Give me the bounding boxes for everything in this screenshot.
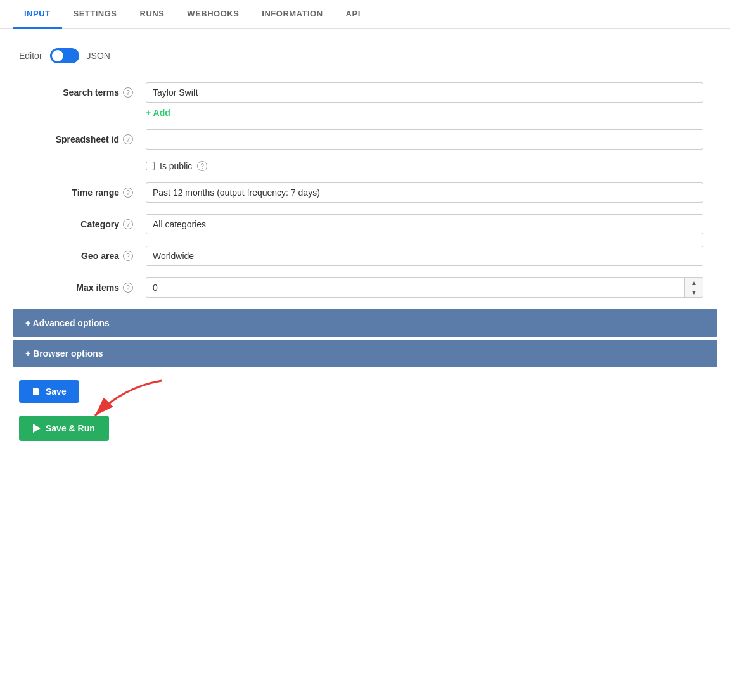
search-terms-input[interactable] xyxy=(146,82,703,103)
tab-input[interactable]: INPUT xyxy=(13,0,62,29)
nav-tabs: INPUT SETTINGS RUNS WEBHOOKS INFORMATION… xyxy=(0,0,730,29)
time-range-label-col: Time range ? xyxy=(19,182,146,198)
browser-options-bar[interactable]: + Browser options xyxy=(13,340,717,367)
main-content: Editor JSON Search terms ? + Add Spreads… xyxy=(0,29,730,460)
category-label: Category xyxy=(80,219,119,229)
tab-settings[interactable]: SETTINGS xyxy=(62,0,129,29)
category-label-col: Category ? xyxy=(19,214,146,229)
save-button-row: Save xyxy=(13,380,717,403)
max-items-label: Max items xyxy=(76,283,119,293)
advanced-options-bar[interactable]: + Advanced options xyxy=(13,309,717,337)
category-select[interactable]: All categories xyxy=(146,214,703,234)
spinner-down-button[interactable]: ▼ xyxy=(685,288,703,298)
search-terms-label: Search terms xyxy=(63,87,119,98)
category-help-icon[interactable]: ? xyxy=(123,219,133,229)
time-range-select[interactable]: Past 12 months (output frequency: 7 days… xyxy=(146,182,703,203)
editor-toggle-row: Editor JSON xyxy=(19,48,717,63)
is-public-row: Is public ? xyxy=(13,161,710,171)
is-public-checkbox[interactable] xyxy=(146,162,155,170)
spreadsheet-id-input[interactable] xyxy=(146,129,703,150)
category-control-col: All categories xyxy=(146,214,703,234)
category-row: Category ? All categories xyxy=(13,214,710,234)
search-terms-row: Search terms ? + Add xyxy=(13,82,710,118)
play-icon xyxy=(33,424,41,433)
editor-json-toggle[interactable] xyxy=(50,48,79,63)
is-public-label: Is public xyxy=(160,161,192,171)
time-range-help-icon[interactable]: ? xyxy=(123,188,133,198)
geo-area-label: Geo area xyxy=(81,251,119,261)
tab-webhooks[interactable]: WEBHOOKS xyxy=(176,0,250,29)
max-items-label-col: Max items ? xyxy=(19,277,146,293)
geo-area-row: Geo area ? Worldwide xyxy=(13,246,710,266)
tab-information[interactable]: INFORMATION xyxy=(250,0,334,29)
geo-area-help-icon[interactable]: ? xyxy=(123,251,133,261)
search-terms-help-icon[interactable]: ? xyxy=(123,87,133,98)
spreadsheet-id-control-col xyxy=(146,129,703,150)
max-items-row: Max items ? ▲ ▼ xyxy=(13,277,710,298)
save-icon xyxy=(32,387,41,396)
form-section: Search terms ? + Add Spreadsheet id ? xyxy=(13,82,710,298)
geo-area-label-col: Geo area ? xyxy=(19,246,146,261)
search-terms-label-col: Search terms ? xyxy=(19,82,146,98)
max-items-help-icon[interactable]: ? xyxy=(123,283,133,293)
max-items-spinner: ▲ ▼ xyxy=(146,277,703,298)
time-range-label: Time range xyxy=(72,188,119,198)
spreadsheet-id-help-icon[interactable]: ? xyxy=(123,134,133,144)
json-label: JSON xyxy=(87,51,110,61)
tab-api[interactable]: API xyxy=(335,0,372,29)
search-terms-control-col: + Add xyxy=(146,82,703,118)
geo-area-control-col: Worldwide xyxy=(146,246,703,266)
spinner-up-button[interactable]: ▲ xyxy=(685,278,703,288)
max-items-input[interactable] xyxy=(146,278,684,297)
is-public-content: Is public ? xyxy=(146,161,207,171)
is-public-help-icon[interactable]: ? xyxy=(197,161,207,171)
svg-marker-1 xyxy=(33,424,41,433)
time-range-control-col: Past 12 months (output frequency: 7 days… xyxy=(146,182,703,203)
tab-runs[interactable]: RUNS xyxy=(129,0,176,29)
save-run-button[interactable]: Save & Run xyxy=(19,416,109,441)
geo-area-select[interactable]: Worldwide xyxy=(146,246,703,266)
editor-label: Editor xyxy=(19,51,42,61)
bottom-row: Save & Run xyxy=(13,409,717,447)
add-search-term-link[interactable]: + Add xyxy=(146,108,703,118)
toggle-thumb xyxy=(52,50,63,61)
spreadsheet-id-label-col: Spreadsheet id ? xyxy=(19,129,146,144)
spreadsheet-id-row: Spreadsheet id ? xyxy=(13,129,710,150)
spinner-buttons: ▲ ▼ xyxy=(684,278,703,297)
save-button[interactable]: Save xyxy=(19,380,79,403)
spreadsheet-id-label: Spreadsheet id xyxy=(56,134,119,144)
max-items-control-col: ▲ ▼ xyxy=(146,277,703,298)
time-range-row: Time range ? Past 12 months (output freq… xyxy=(13,182,710,203)
